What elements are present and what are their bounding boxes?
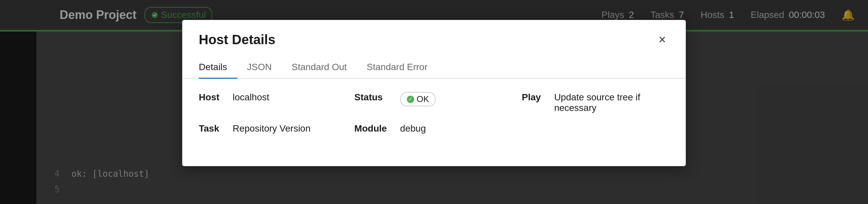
host-label: Host (199, 92, 219, 103)
status-label: Status (354, 92, 387, 103)
tab-details[interactable]: Details (199, 56, 237, 79)
modal-header: Host Details × (182, 20, 686, 47)
module-value: debug (394, 123, 515, 134)
task-value: Repository Version (226, 123, 347, 134)
task-label: Task (199, 123, 219, 134)
play-label: Play (522, 92, 541, 103)
tab-standard-out[interactable]: Standard Out (291, 56, 357, 79)
host-details-modal: Host Details × Details JSON Standard Out… (182, 20, 686, 166)
modal-title: Host Details (199, 32, 275, 47)
tab-json[interactable]: JSON (247, 56, 282, 79)
tabs: Details JSON Standard Out Standard Error (182, 56, 686, 79)
status-ok-badge: ✓ OK (400, 92, 436, 106)
status-ok-container: ✓ OK (394, 92, 515, 106)
modal-overlay: Host Details × Details JSON Standard Out… (0, 0, 868, 204)
host-value: localhost (226, 92, 347, 103)
details-content: Host localhost Status ✓ OK Play Update s… (182, 79, 686, 147)
play-value: Update source tree if necessary (548, 92, 669, 113)
ok-check-icon: ✓ (407, 96, 414, 103)
status-ok-label: OK (417, 94, 429, 104)
close-button[interactable]: × (655, 32, 669, 47)
tab-standard-error[interactable]: Standard Error (367, 56, 438, 79)
module-label: Module (354, 123, 387, 134)
